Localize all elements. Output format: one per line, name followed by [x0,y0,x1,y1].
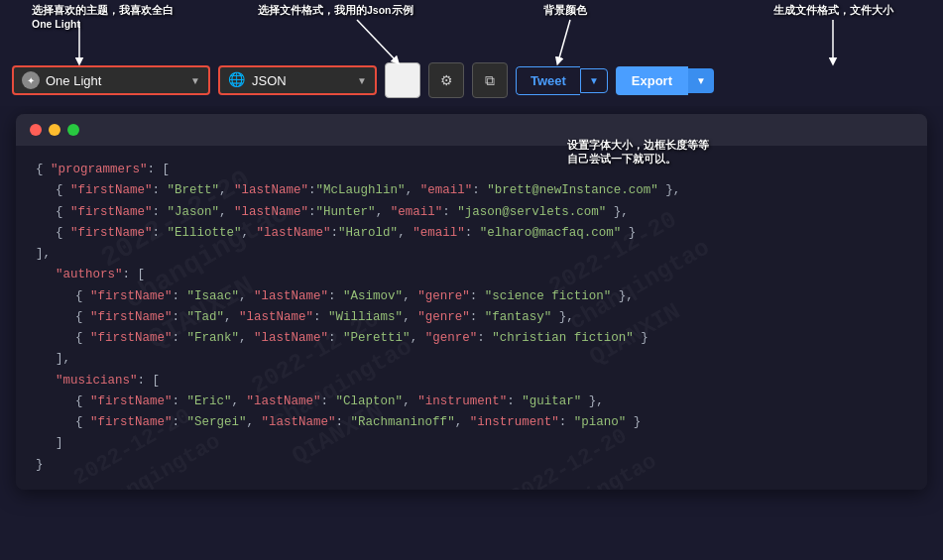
code-line-2: { "firstName": "Brett", "lastName":"McLa… [36,180,907,201]
theme-selector[interactable]: ✦ One Light ▼ [12,65,210,95]
code-line-12: { "firstName": "Eric", "lastName": "Clap… [36,392,907,412]
code-line-9: { "firstName": "Frank", "lastName": "Per… [36,328,907,349]
tweet-button[interactable]: Tweet [516,66,580,95]
code-line-10: ], [36,349,907,370]
theme-label: One Light [46,73,184,88]
code-line-11: "musicians": [ [36,371,907,392]
code-line-7: { "firstName": "Isaac", "lastName": "Asi… [36,286,907,307]
code-line-6: "authors": [ [36,265,907,285]
format-chevron-icon: ▼ [357,75,367,86]
settings-button[interactable]: ⚙ [428,62,464,98]
export-dropdown-button[interactable]: ▼ [688,68,714,93]
gear-icon: ⚙ [440,72,453,88]
code-line-3: { "firstName": "Jason", "lastName":"Hunt… [36,202,907,223]
editor-body: 2022-12-20chanqingtaoQIANXIN 2022-12-20c… [16,146,927,490]
copy-button[interactable]: ⧉ [472,62,508,98]
format-annotation: 选择文件格式，我用的Json示例 [258,4,413,18]
dot-green [67,124,79,136]
code-line-15: } [36,455,907,476]
editor-container: 2022-12-20chanqingtaoQIANXIN 2022-12-20c… [16,114,927,490]
editor-titlebar [16,114,927,146]
code-line-5: ], [36,244,907,265]
theme-chevron-icon: ▼ [190,75,200,86]
export-button[interactable]: Export [616,66,688,95]
code-line-8: { "firstName": "Tad", "lastName": "Willi… [36,307,907,328]
export-annotation: 生成文件格式，文件大小 [773,4,893,18]
toolbar: ✦ One Light ▼ 🌐 JSON ▼ ⚙ ⧉ Tweet ▼ Expor… [0,55,943,106]
tweet-group: Tweet ▼ [516,66,608,95]
export-group: Export ▼ [616,66,714,95]
theme-icon: ✦ [22,71,40,89]
tweet-dropdown-button[interactable]: ▼ [580,68,608,93]
code-line-1: { "programmers": [ [36,160,907,180]
globe-icon: 🌐 [228,71,246,89]
code-content: { "programmers": [ { "firstName": "Brett… [36,160,907,476]
format-label: JSON [252,73,351,88]
theme-annotation: 选择喜欢的主题，我喜欢全白 One Light [32,4,174,31]
code-line-4: { "firstName": "Elliotte", "lastName":"H… [36,223,907,244]
format-selector[interactable]: 🌐 JSON ▼ [218,65,377,95]
code-line-13: { "firstName": "Sergei", "lastName": "Ra… [36,412,907,433]
bgcolor-annotation: 背景颜色 [543,4,587,18]
dot-yellow [49,124,60,136]
copy-icon: ⧉ [485,72,495,89]
dot-red [30,124,42,136]
code-line-14: ] [36,433,907,454]
bg-color-button[interactable] [385,62,420,98]
